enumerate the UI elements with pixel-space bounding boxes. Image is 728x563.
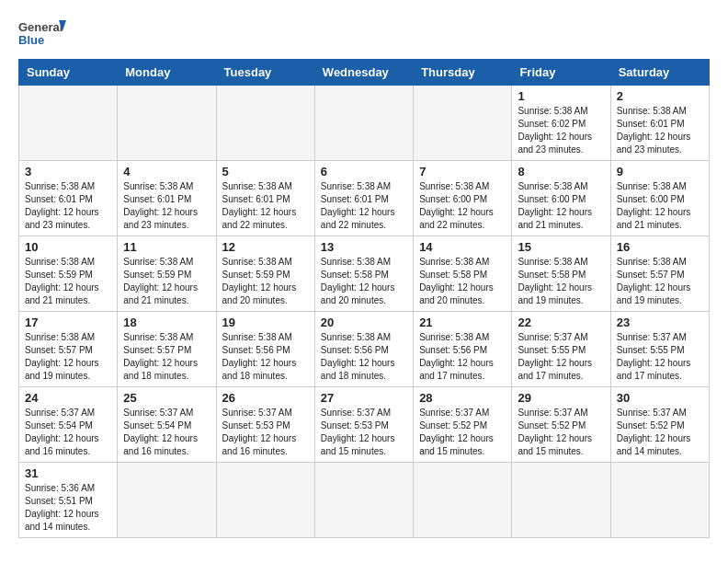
day-number: 26 — [222, 391, 309, 405]
calendar-cell: 7Sunrise: 5:38 AMSunset: 6:00 PMDaylight… — [414, 161, 512, 236]
calendar-cell: 28Sunrise: 5:37 AMSunset: 5:52 PMDayligh… — [414, 387, 512, 463]
day-number: 27 — [321, 391, 407, 405]
day-info: Sunrise: 5:37 AMSunset: 5:53 PMDaylight:… — [321, 407, 407, 458]
day-number: 28 — [419, 391, 506, 405]
day-number: 17 — [25, 316, 111, 329]
day-info: Sunrise: 5:38 AMSunset: 6:01 PMDaylight:… — [25, 180, 111, 232]
day-number: 21 — [419, 316, 506, 329]
day-number: 7 — [419, 165, 506, 178]
day-info: Sunrise: 5:37 AMSunset: 5:53 PMDaylight:… — [222, 407, 309, 458]
calendar-cell: 26Sunrise: 5:37 AMSunset: 5:53 PMDayligh… — [216, 387, 314, 463]
day-number: 4 — [123, 165, 210, 178]
svg-text:General: General — [18, 20, 63, 34]
calendar-week-row: 24Sunrise: 5:37 AMSunset: 5:54 PMDayligh… — [19, 387, 710, 463]
day-info: Sunrise: 5:37 AMSunset: 5:55 PMDaylight:… — [518, 331, 604, 383]
calendar-cell: 1Sunrise: 5:38 AMSunset: 6:02 PMDaylight… — [512, 86, 610, 161]
weekday-header-sunday: Sunday — [19, 60, 118, 86]
calendar-cell: 27Sunrise: 5:37 AMSunset: 5:53 PMDayligh… — [314, 387, 413, 463]
day-info: Sunrise: 5:38 AMSunset: 6:01 PMDaylight:… — [321, 180, 407, 232]
weekday-header-friday: Friday — [512, 60, 610, 86]
calendar-cell: 4Sunrise: 5:38 AMSunset: 6:01 PMDaylight… — [118, 161, 216, 236]
calendar-cell: 8Sunrise: 5:38 AMSunset: 6:00 PMDaylight… — [512, 161, 610, 236]
day-info: Sunrise: 5:38 AMSunset: 5:58 PMDaylight:… — [321, 256, 407, 307]
day-number: 22 — [518, 316, 604, 329]
page: General Blue SundayMondayTuesdayWednesda… — [0, 0, 728, 547]
calendar-week-row: 17Sunrise: 5:38 AMSunset: 5:57 PMDayligh… — [19, 312, 710, 387]
calendar-week-row: 31Sunrise: 5:36 AMSunset: 5:51 PMDayligh… — [19, 463, 710, 538]
calendar-cell: 30Sunrise: 5:37 AMSunset: 5:52 PMDayligh… — [610, 387, 709, 463]
calendar-cell — [118, 86, 216, 161]
day-info: Sunrise: 5:38 AMSunset: 5:58 PMDaylight:… — [419, 256, 506, 307]
day-info: Sunrise: 5:38 AMSunset: 6:02 PMDaylight:… — [518, 105, 604, 156]
day-number: 18 — [123, 316, 210, 329]
day-number: 23 — [617, 316, 703, 329]
day-info: Sunrise: 5:38 AMSunset: 6:00 PMDaylight:… — [419, 180, 506, 232]
day-number: 29 — [518, 391, 604, 405]
calendar-cell: 2Sunrise: 5:38 AMSunset: 6:01 PMDaylight… — [610, 86, 709, 161]
day-info: Sunrise: 5:38 AMSunset: 6:01 PMDaylight:… — [617, 105, 703, 156]
calendar-week-row: 1Sunrise: 5:38 AMSunset: 6:02 PMDaylight… — [19, 86, 710, 161]
day-number: 8 — [518, 165, 604, 178]
day-info: Sunrise: 5:38 AMSunset: 6:00 PMDaylight:… — [617, 180, 703, 232]
calendar-cell: 5Sunrise: 5:38 AMSunset: 6:01 PMDaylight… — [216, 161, 314, 236]
weekday-header-wednesday: Wednesday — [314, 60, 413, 86]
day-number: 16 — [617, 240, 703, 254]
calendar-cell: 31Sunrise: 5:36 AMSunset: 5:51 PMDayligh… — [19, 463, 118, 538]
svg-text:Blue: Blue — [18, 33, 44, 47]
day-info: Sunrise: 5:38 AMSunset: 5:59 PMDaylight:… — [25, 256, 111, 307]
calendar-cell: 14Sunrise: 5:38 AMSunset: 5:58 PMDayligh… — [414, 236, 512, 312]
weekday-header-saturday: Saturday — [610, 60, 709, 86]
day-info: Sunrise: 5:37 AMSunset: 5:55 PMDaylight:… — [617, 331, 703, 383]
calendar-cell: 10Sunrise: 5:38 AMSunset: 5:59 PMDayligh… — [19, 236, 118, 312]
day-info: Sunrise: 5:38 AMSunset: 5:57 PMDaylight:… — [617, 256, 703, 307]
calendar-cell: 16Sunrise: 5:38 AMSunset: 5:57 PMDayligh… — [610, 236, 709, 312]
day-info: Sunrise: 5:37 AMSunset: 5:52 PMDaylight:… — [617, 407, 703, 458]
calendar-cell: 3Sunrise: 5:38 AMSunset: 6:01 PMDaylight… — [19, 161, 118, 236]
calendar-header-row: SundayMondayTuesdayWednesdayThursdayFrid… — [19, 60, 710, 86]
weekday-header-thursday: Thursday — [414, 60, 512, 86]
day-number: 2 — [617, 89, 703, 103]
day-info: Sunrise: 5:36 AMSunset: 5:51 PMDaylight:… — [25, 482, 111, 534]
calendar-cell: 19Sunrise: 5:38 AMSunset: 5:56 PMDayligh… — [216, 312, 314, 387]
day-info: Sunrise: 5:38 AMSunset: 5:57 PMDaylight:… — [123, 331, 210, 383]
calendar-cell — [118, 463, 216, 538]
day-info: Sunrise: 5:38 AMSunset: 6:01 PMDaylight:… — [123, 180, 210, 232]
calendar-cell: 9Sunrise: 5:38 AMSunset: 6:00 PMDaylight… — [610, 161, 709, 236]
calendar-cell: 17Sunrise: 5:38 AMSunset: 5:57 PMDayligh… — [19, 312, 118, 387]
calendar-cell: 13Sunrise: 5:38 AMSunset: 5:58 PMDayligh… — [314, 236, 413, 312]
calendar-cell — [216, 463, 314, 538]
header: General Blue — [18, 18, 710, 52]
calendar-cell — [414, 463, 512, 538]
logo: General Blue — [18, 18, 66, 52]
day-info: Sunrise: 5:37 AMSunset: 5:54 PMDaylight:… — [123, 407, 210, 458]
calendar-cell: 24Sunrise: 5:37 AMSunset: 5:54 PMDayligh… — [19, 387, 118, 463]
calendar-cell: 20Sunrise: 5:38 AMSunset: 5:56 PMDayligh… — [314, 312, 413, 387]
calendar-cell: 21Sunrise: 5:38 AMSunset: 5:56 PMDayligh… — [414, 312, 512, 387]
calendar-cell: 12Sunrise: 5:38 AMSunset: 5:59 PMDayligh… — [216, 236, 314, 312]
calendar-cell — [414, 86, 512, 161]
day-number: 15 — [518, 240, 604, 254]
day-number: 25 — [123, 391, 210, 405]
day-info: Sunrise: 5:37 AMSunset: 5:52 PMDaylight:… — [419, 407, 506, 458]
weekday-header-monday: Monday — [118, 60, 216, 86]
calendar-cell: 29Sunrise: 5:37 AMSunset: 5:52 PMDayligh… — [512, 387, 610, 463]
day-info: Sunrise: 5:38 AMSunset: 5:59 PMDaylight:… — [222, 256, 309, 307]
calendar-cell: 6Sunrise: 5:38 AMSunset: 6:01 PMDaylight… — [314, 161, 413, 236]
calendar-cell — [19, 86, 118, 161]
day-info: Sunrise: 5:38 AMSunset: 5:56 PMDaylight:… — [222, 331, 309, 383]
calendar-cell: 15Sunrise: 5:38 AMSunset: 5:58 PMDayligh… — [512, 236, 610, 312]
day-number: 12 — [222, 240, 309, 254]
calendar-table: SundayMondayTuesdayWednesdayThursdayFrid… — [18, 59, 710, 538]
calendar-cell — [314, 86, 413, 161]
day-number: 6 — [321, 165, 407, 178]
day-info: Sunrise: 5:38 AMSunset: 6:01 PMDaylight:… — [222, 180, 309, 232]
day-info: Sunrise: 5:38 AMSunset: 5:56 PMDaylight:… — [321, 331, 407, 383]
calendar-week-row: 3Sunrise: 5:38 AMSunset: 6:01 PMDaylight… — [19, 161, 710, 236]
day-number: 1 — [518, 89, 604, 103]
day-info: Sunrise: 5:38 AMSunset: 5:57 PMDaylight:… — [25, 331, 111, 383]
day-number: 11 — [123, 240, 210, 254]
calendar-cell — [314, 463, 413, 538]
day-number: 9 — [617, 165, 703, 178]
day-number: 24 — [25, 391, 111, 405]
day-info: Sunrise: 5:37 AMSunset: 5:54 PMDaylight:… — [25, 407, 111, 458]
